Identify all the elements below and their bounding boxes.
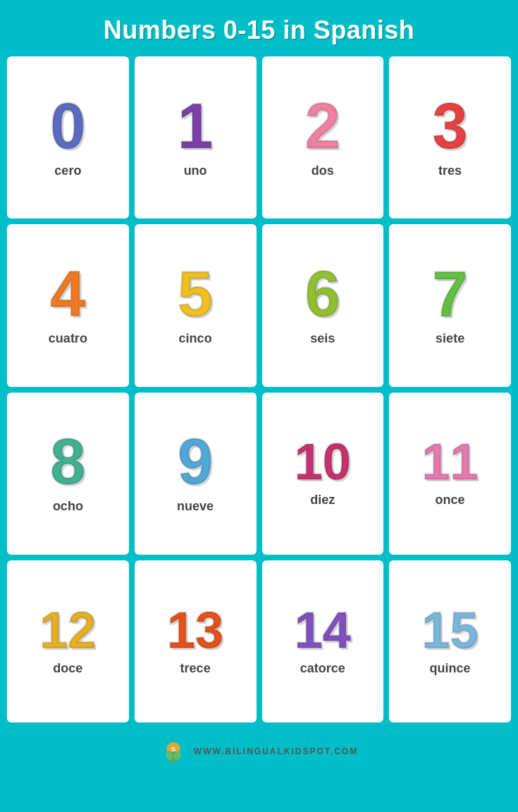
- number-card-15: 15quince: [389, 560, 511, 722]
- number-card-11: 11once: [389, 393, 511, 555]
- number-digit-15: 15: [422, 605, 479, 656]
- number-label-15: quince: [430, 661, 471, 676]
- number-label-8: ocho: [53, 499, 83, 514]
- number-digit-14: 14: [295, 605, 351, 656]
- number-card-1: 1uno: [135, 56, 257, 219]
- number-label-11: once: [436, 493, 465, 508]
- number-digit-4: 4: [50, 262, 85, 326]
- number-card-0: 0cero: [7, 56, 129, 219]
- number-label-9: nueve: [177, 499, 214, 514]
- number-digit-0: 0: [50, 94, 85, 158]
- number-label-7: siete: [436, 331, 464, 346]
- number-card-4: 4cuatro: [7, 224, 129, 386]
- number-label-5: cinco: [179, 331, 212, 346]
- number-card-6: 6seis: [262, 224, 384, 386]
- number-digit-10: 10: [295, 436, 351, 487]
- number-card-10: 10diez: [262, 393, 384, 555]
- number-digit-11: 11: [422, 436, 479, 487]
- number-label-6: seis: [310, 331, 335, 346]
- number-digit-13: 13: [167, 605, 223, 656]
- footer-url: WWW.BILINGUALKIDSPOT.COM: [194, 746, 358, 756]
- number-digit-3: 3: [433, 94, 468, 158]
- number-label-12: doce: [53, 661, 82, 676]
- number-label-1: uno: [184, 164, 207, 178]
- number-card-2: 2dos: [262, 56, 384, 219]
- number-digit-2: 2: [305, 94, 340, 158]
- number-digit-8: 8: [50, 430, 85, 493]
- footer: S WWW.BILINGUALKIDSPOT.COM: [0, 730, 518, 770]
- number-label-10: diez: [310, 493, 335, 508]
- number-label-4: cuatro: [49, 331, 87, 346]
- numbers-grid: 0cero1uno2dos3tres4cuatro5cinco6seis7sie…: [0, 56, 518, 730]
- number-label-14: catorce: [300, 661, 345, 676]
- number-card-3: 3tres: [389, 56, 511, 219]
- number-digit-12: 12: [39, 605, 96, 656]
- number-card-8: 8ocho: [7, 393, 129, 555]
- number-card-5: 5cinco: [135, 224, 257, 386]
- number-digit-7: 7: [433, 262, 468, 326]
- svg-text:S: S: [171, 745, 175, 753]
- number-label-0: cero: [54, 164, 81, 178]
- number-label-13: trece: [180, 661, 211, 676]
- number-digit-6: 6: [305, 262, 340, 326]
- number-label-3: tres: [438, 164, 462, 178]
- page-title: Numbers 0-15 in Spanish: [97, 0, 422, 56]
- number-card-9: 9nueve: [135, 393, 257, 555]
- number-digit-9: 9: [178, 430, 213, 493]
- number-card-7: 7siete: [389, 224, 511, 386]
- brand-logo: S: [160, 738, 187, 765]
- number-card-12: 12doce: [7, 560, 129, 722]
- number-label-2: dos: [312, 164, 334, 178]
- number-card-13: 13trece: [135, 560, 257, 722]
- number-digit-1: 1: [178, 94, 213, 158]
- number-digit-5: 5: [178, 262, 213, 326]
- number-card-14: 14catorce: [262, 560, 384, 722]
